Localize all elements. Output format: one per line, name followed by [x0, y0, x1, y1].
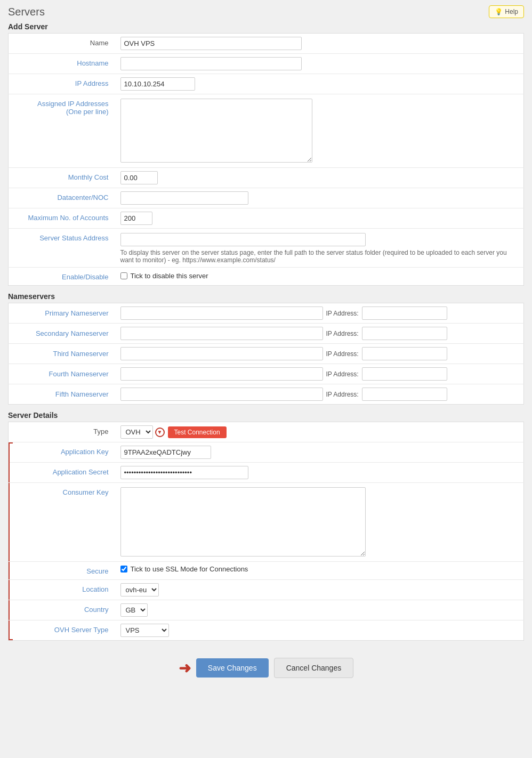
- test-connection-button[interactable]: Test Connection: [168, 426, 227, 438]
- fifth-ns-input[interactable]: [120, 388, 323, 401]
- fourth-ns-ip-label: IP Address:: [326, 370, 359, 378]
- assigned-ip-label: Assigned IP Addresses(One per line): [9, 94, 115, 168]
- datacenter-label: Datacenter/NOC: [9, 188, 115, 208]
- server-details-section-title: Server Details: [8, 411, 524, 420]
- consumer-key-label: Consumer Key: [9, 483, 115, 562]
- location-row: Location ovh-eu ovh-us ovh-ca: [9, 580, 524, 600]
- app-key-row: Application Key: [9, 442, 524, 463]
- primary-ns-ip-input[interactable]: [362, 307, 447, 320]
- status-address-row: Server Status Address To display this se…: [9, 229, 524, 268]
- monthly-cost-input[interactable]: [120, 171, 158, 184]
- ovh-server-type-label: OVH Server Type: [9, 620, 115, 641]
- fourth-ns-input[interactable]: [120, 367, 323, 381]
- assigned-ip-textarea[interactable]: [120, 99, 312, 163]
- name-input-cell: [115, 34, 524, 54]
- datacenter-row: Datacenter/NOC: [9, 188, 524, 208]
- third-ns-row: Third Nameserver IP Address:: [9, 344, 524, 364]
- app-secret-input-cell: [115, 463, 524, 483]
- status-address-label: Server Status Address: [9, 229, 115, 268]
- secure-checkbox[interactable]: [120, 566, 127, 572]
- third-ns-input[interactable]: [120, 347, 323, 360]
- primary-ns-ip-label: IP Address:: [326, 310, 359, 317]
- server-details-form-table: Type OVH ▼ Test Connection Application K…: [8, 422, 524, 641]
- hostname-input[interactable]: [120, 57, 302, 70]
- enable-disable-checkbox[interactable]: [120, 272, 127, 279]
- save-changes-button[interactable]: Save Changes: [196, 658, 269, 678]
- fifth-ns-row: Fifth Nameserver IP Address:: [9, 384, 524, 405]
- secondary-ns-label: Secondary Nameserver: [9, 324, 115, 344]
- secure-label: Secure: [9, 562, 115, 580]
- datacenter-input-cell: [115, 188, 524, 208]
- name-row: Name: [9, 34, 524, 54]
- app-key-input-cell: [115, 442, 524, 463]
- arrow-icon: ➜: [179, 659, 191, 677]
- primary-ns-row: Primary Nameserver IP Address:: [9, 303, 524, 324]
- ovh-server-type-select[interactable]: VPS Dedicated: [120, 624, 169, 637]
- country-label: Country: [9, 600, 115, 620]
- third-ns-ip-input[interactable]: [362, 347, 447, 360]
- ip-label: IP Address: [9, 74, 115, 94]
- ovh-server-type-row: OVH Server Type VPS Dedicated: [9, 620, 524, 641]
- fifth-ns-label: Fifth Nameserver: [9, 384, 115, 405]
- hostname-row: Hostname: [9, 54, 524, 74]
- location-select[interactable]: ovh-eu ovh-us ovh-ca: [120, 583, 159, 596]
- country-select[interactable]: GB US FR DE: [120, 603, 148, 617]
- app-secret-input[interactable]: [120, 466, 248, 479]
- hostname-label: Hostname: [9, 54, 115, 74]
- consumer-key-row: Consumer Key: [9, 483, 524, 562]
- primary-ns-label: Primary Nameserver: [9, 303, 115, 324]
- consumer-key-input-cell: [115, 483, 524, 562]
- secondary-ns-row: Secondary Nameserver IP Address:: [9, 324, 524, 344]
- add-server-subtitle: Add Server: [8, 22, 524, 31]
- page-title: Servers: [8, 6, 45, 18]
- location-input-cell: ovh-eu ovh-us ovh-ca: [115, 580, 524, 600]
- consumer-key-textarea[interactable]: [120, 487, 366, 557]
- fourth-ns-row: Fourth Nameserver IP Address:: [9, 364, 524, 384]
- app-secret-row: Application Secret: [9, 463, 524, 483]
- type-select[interactable]: OVH: [120, 425, 153, 439]
- third-ns-ip-label: IP Address:: [326, 350, 359, 358]
- app-key-input[interactable]: [120, 446, 211, 459]
- nameservers-form-table: Primary Nameserver IP Address: Secondary…: [8, 303, 524, 405]
- cancel-changes-button[interactable]: Cancel Changes: [274, 658, 354, 678]
- type-input-cell: OVH ▼ Test Connection: [115, 422, 524, 442]
- status-address-input-cell: To display this server on the server sta…: [115, 229, 524, 268]
- nameservers-section-title: Nameservers: [8, 292, 524, 301]
- ip-row: IP Address: [9, 74, 524, 94]
- bottom-actions: ➜ Save Changes Cancel Changes: [8, 647, 524, 683]
- status-address-input[interactable]: [120, 233, 366, 246]
- ip-input-cell: [115, 74, 524, 94]
- fourth-ns-ip-input[interactable]: [362, 367, 447, 381]
- secure-checkbox-label: Tick to use SSL Mode for Connections: [131, 565, 248, 573]
- third-ns-label: Third Nameserver: [9, 344, 115, 364]
- primary-ns-input-cell: IP Address:: [115, 303, 524, 323]
- fifth-ns-ip-input[interactable]: [362, 388, 447, 401]
- datacenter-input[interactable]: [120, 191, 248, 205]
- country-input-cell: GB US FR DE: [115, 600, 524, 620]
- secure-input-cell: Tick to use SSL Mode for Connections: [115, 562, 524, 576]
- name-input[interactable]: [120, 37, 302, 50]
- bulb-icon: 💡: [495, 8, 503, 15]
- max-accounts-input[interactable]: [120, 212, 152, 225]
- name-label: Name: [9, 34, 115, 54]
- secure-row: Secure Tick to use SSL Mode for Connecti…: [9, 562, 524, 580]
- max-accounts-row: Maximum No. of Accounts: [9, 208, 524, 229]
- secondary-ns-input[interactable]: [120, 327, 323, 340]
- help-button[interactable]: 💡 Help: [489, 5, 524, 18]
- type-dropdown-icon: ▼: [155, 428, 165, 437]
- ip-input[interactable]: [120, 77, 195, 91]
- secondary-ns-ip-label: IP Address:: [326, 330, 359, 337]
- max-accounts-input-cell: [115, 208, 524, 229]
- type-label: Type: [9, 422, 115, 442]
- fifth-ns-ip-label: IP Address:: [326, 391, 359, 398]
- hostname-input-cell: [115, 54, 524, 74]
- primary-ns-input[interactable]: [120, 307, 323, 320]
- enable-disable-checkbox-label: Tick to disable this server: [131, 272, 208, 280]
- app-key-label: Application Key: [9, 442, 115, 463]
- secondary-ns-ip-input[interactable]: [362, 327, 447, 340]
- status-address-hint: To display this server on the server sta…: [120, 249, 519, 264]
- monthly-cost-row: Monthly Cost: [9, 168, 524, 188]
- enable-disable-input-cell: Tick to disable this server: [115, 268, 524, 284]
- enable-disable-label: Enable/Disable: [9, 268, 115, 286]
- assigned-ip-input-cell: [115, 94, 524, 168]
